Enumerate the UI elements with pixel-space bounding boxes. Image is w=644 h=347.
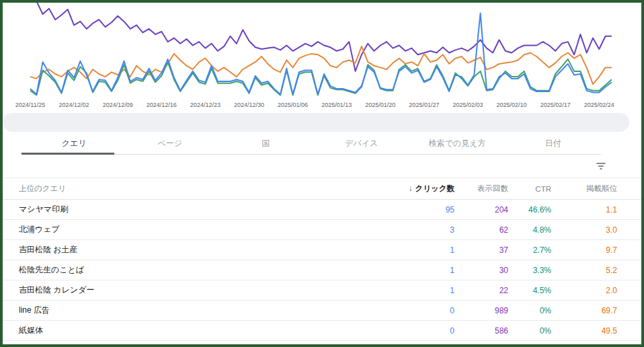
x-tick-label: 2024/12/30 (234, 102, 264, 108)
tab-日付[interactable]: 日付 (506, 132, 602, 154)
x-tick-label: 2025/02/03 (452, 102, 483, 108)
impressions-cell: 989 (454, 306, 508, 315)
query-cell: 松陰先生のことば (19, 264, 387, 276)
x-tick-label: 2024/11/25 (15, 102, 45, 108)
chart-canvas (3, 3, 641, 100)
card-gap-band (3, 113, 629, 132)
query-cell: 紙媒体 (19, 325, 387, 336)
table-toolbar (3, 155, 641, 178)
tab-クエリ[interactable]: クエリ (26, 132, 122, 154)
query-cell: 北浦ウェブ (19, 224, 387, 235)
table-header-row: 上位のクエリ ↓クリック数 表示回数 CTR 掲載順位 (3, 178, 641, 200)
dimensions-card: クエリページ国デバイス検索での見え方日付 上位のクエリ ↓クリック数 表示回数 … (3, 132, 641, 344)
impressions-cell: 204 (454, 205, 508, 215)
x-tick-label: 2025/02/24 (584, 102, 614, 108)
query-cell: 吉田松陰 お土産 (19, 244, 387, 256)
chart-line-impressions (30, 3, 612, 71)
ctr-cell: 0% (508, 326, 551, 336)
clicks-cell: 1 (387, 286, 454, 295)
x-tick-label: 2024/12/16 (147, 102, 177, 108)
tab-国[interactable]: 国 (218, 132, 314, 154)
table-row[interactable]: マシヤマ印刷9520446.6%1.1 (3, 200, 641, 220)
clicks-cell: 3 (387, 225, 454, 235)
sort-arrow-down-icon: ↓ (408, 184, 412, 193)
x-tick-label: 2025/01/13 (321, 102, 352, 108)
query-cell: 吉田松陰 カレンダー (19, 284, 387, 296)
x-tick-label: 2025/01/06 (278, 102, 308, 108)
column-header-query: 上位のクエリ (19, 184, 387, 194)
x-tick-label: 2024/12/09 (103, 102, 133, 108)
clicks-cell: 0 (387, 326, 454, 336)
chart-x-axis: 2024/11/252024/12/022024/12/092024/12/16… (3, 102, 641, 111)
dimension-tabs: クエリページ国デバイス検索での見え方日付 (26, 132, 601, 155)
tab-検索での見え方[interactable]: 検索での見え方 (409, 132, 506, 154)
x-tick-label: 2025/01/20 (365, 102, 395, 108)
clicks-cell: 95 (387, 205, 454, 215)
impressions-cell: 30 (454, 266, 508, 275)
search-console-performance-screen: 2024/11/252024/12/022024/12/092024/12/16… (0, 0, 644, 347)
query-cell: マシヤマ印刷 (19, 204, 387, 215)
column-header-position[interactable]: 掲載順位 (551, 184, 617, 194)
table-row[interactable]: 吉田松陰 お土産1372.7%9.7 (3, 240, 641, 260)
table-row[interactable]: line 広告09890%69.7 (3, 301, 641, 321)
table-body: マシヤマ印刷9520446.6%1.1北浦ウェブ3624.8%3.0吉田松陰 お… (3, 200, 641, 341)
tab-ページ[interactable]: ページ (122, 132, 218, 154)
position-cell: 5.2 (551, 266, 617, 275)
position-cell: 1.1 (551, 205, 617, 215)
x-tick-label: 2025/02/10 (497, 102, 527, 108)
filter-icon[interactable] (596, 161, 606, 171)
query-cell: line 広告 (19, 305, 387, 316)
ctr-cell: 4.8% (508, 225, 551, 235)
x-tick-label: 2024/12/23 (190, 102, 220, 108)
performance-chart: 2024/11/252024/12/022024/12/092024/12/16… (3, 3, 641, 113)
ctr-cell: 0% (508, 306, 551, 315)
position-cell: 69.7 (551, 306, 617, 315)
position-cell: 9.7 (551, 245, 617, 255)
impressions-cell: 37 (454, 245, 508, 255)
impressions-cell: 62 (454, 225, 508, 235)
column-header-clicks[interactable]: ↓クリック数 (387, 184, 454, 194)
column-header-ctr[interactable]: CTR (508, 185, 551, 193)
table-row[interactable]: 北浦ウェブ3624.8%3.0 (3, 220, 641, 240)
clicks-cell: 0 (387, 306, 454, 315)
x-tick-label: 2024/12/02 (59, 102, 89, 108)
clicks-cell: 1 (387, 245, 454, 255)
ctr-cell: 4.5% (508, 286, 551, 295)
table-row[interactable]: 吉田松陰 カレンダー1224.5%2.0 (3, 280, 641, 301)
table-row[interactable]: 松陰先生のことば1303.3%5.2 (3, 260, 641, 280)
position-cell: 3.0 (551, 225, 617, 235)
ctr-cell: 46.6% (508, 205, 551, 215)
tab-デバイス[interactable]: デバイス (314, 132, 410, 154)
position-cell: 49.5 (551, 326, 617, 336)
x-tick-label: 2025/01/27 (409, 102, 439, 108)
column-header-impressions[interactable]: 表示回数 (454, 184, 508, 194)
impressions-cell: 22 (454, 286, 508, 295)
ctr-cell: 2.7% (508, 245, 551, 255)
clicks-cell: 1 (387, 266, 454, 275)
x-tick-label: 2025/02/17 (540, 102, 571, 108)
ctr-cell: 3.3% (508, 266, 551, 275)
impressions-cell: 586 (454, 326, 508, 336)
table-row[interactable]: 紙媒体05860%49.5 (3, 321, 641, 341)
position-cell: 2.0 (551, 286, 617, 295)
